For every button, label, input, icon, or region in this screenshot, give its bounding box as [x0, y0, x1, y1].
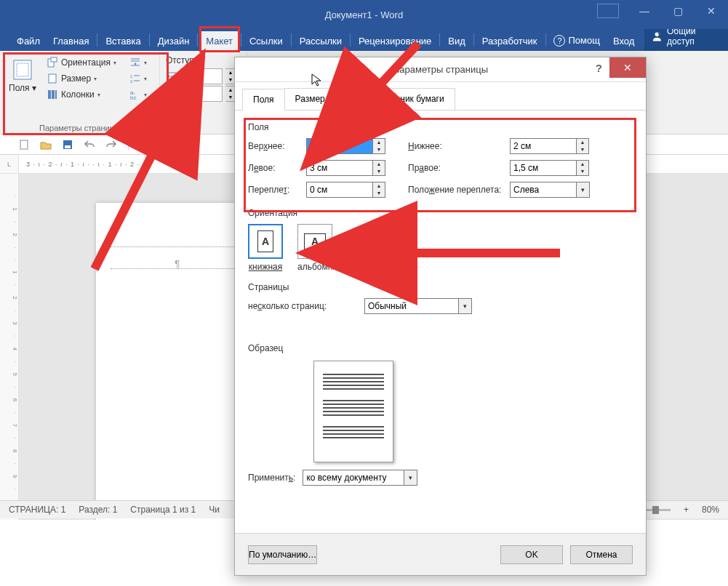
svg-rect-7: [48, 90, 51, 99]
top-field[interactable]: ▲▼: [306, 138, 408, 154]
margins-button[interactable]: Поля ▾: [6, 55, 39, 102]
new-doc-icon[interactable]: [18, 139, 30, 150]
status-words[interactable]: Чи: [209, 505, 220, 515]
minimize-button[interactable]: —: [628, 0, 661, 22]
right-field[interactable]: ▲▼: [510, 160, 597, 176]
section-orient-label: Ориентация: [248, 208, 633, 218]
titlebar: Документ1 - Word — ▢ ✕: [0, 0, 728, 29]
gutterpos-field[interactable]: ▾: [510, 182, 597, 198]
preview-thumbnail: [313, 361, 393, 462]
defaults-button[interactable]: По умолчанию…: [248, 545, 317, 564]
orientation-button[interactable]: Ориентация▾: [44, 55, 119, 70]
hyphenation-button[interactable]: a-bc▾: [127, 87, 150, 102]
chevron-down-icon[interactable]: ▾: [459, 298, 472, 314]
orientation-landscape[interactable]: A альбомная: [297, 224, 343, 272]
tab-references[interactable]: Ссылки: [244, 31, 289, 51]
svg-text:bc: bc: [130, 95, 136, 100]
tab-home[interactable]: Главная: [47, 31, 95, 51]
dialog-help-button[interactable]: ?: [596, 62, 602, 74]
cancel-button[interactable]: Отмена: [570, 545, 633, 564]
chevron-down-icon[interactable]: ▾: [404, 470, 417, 486]
undo-icon[interactable]: [84, 139, 95, 150]
status-page[interactable]: СТРАНИЦА: 1: [9, 505, 65, 515]
indent-label: Отступ: [166, 55, 241, 65]
dialog-tab-fields[interactable]: Поля: [242, 89, 285, 111]
ruler-corner: L: [0, 155, 19, 174]
orientation-icon: [47, 57, 58, 68]
tab-help[interactable]: ?Помощ: [548, 31, 605, 51]
svg-rect-5: [51, 57, 57, 62]
tab-developer[interactable]: Разработчик: [476, 31, 543, 51]
table-icon[interactable]: [161, 139, 173, 150]
right-label: Правое:: [408, 163, 510, 173]
redo-icon[interactable]: [105, 139, 117, 150]
gutterpos-label: Положение переплета:: [408, 185, 510, 195]
ok-button[interactable]: OK: [500, 545, 563, 564]
page-setup-launcher[interactable]: ◢: [148, 122, 156, 131]
link-icon[interactable]: [183, 139, 195, 150]
left-field[interactable]: ▲▼: [306, 160, 408, 176]
indent-left-field[interactable]: ▲▼: [166, 68, 241, 84]
tab-file[interactable]: Файл: [11, 31, 46, 51]
apply-field[interactable]: ▾: [303, 470, 417, 486]
open-icon[interactable]: [40, 139, 52, 150]
zoom-value[interactable]: 80%: [702, 505, 719, 515]
group-label-page-setup: Параметры страницы: [0, 124, 159, 132]
apply-input[interactable]: [303, 470, 404, 486]
gutterpos-input[interactable]: [510, 182, 577, 198]
share-icon: [652, 31, 663, 42]
columns-button[interactable]: Колонки▾: [44, 87, 119, 102]
gutter-input[interactable]: [306, 182, 373, 198]
svg-rect-6: [49, 74, 56, 83]
vertical-ruler[interactable]: · 1 · 2 · · 1 · 2 · 3 · 4 · 5 · 6 · 7 · …: [0, 174, 19, 520]
tab-view[interactable]: Вид: [442, 31, 471, 51]
margins-grid: Верхнее: ▲▼ Нижнее: ▲▼ Левое: ▲▼ Правое:…: [248, 138, 633, 198]
top-input[interactable]: [306, 138, 373, 154]
indent-left-input[interactable]: [180, 68, 223, 84]
page-setup-dialog: Параметры страницы ? ✕ Поля Размер бумаг…: [234, 57, 647, 576]
zoom-plus[interactable]: +: [684, 505, 689, 515]
breaks-button[interactable]: ▾: [127, 55, 150, 70]
gutter-field[interactable]: ▲▼: [306, 182, 408, 198]
close-window-button[interactable]: ✕: [695, 0, 728, 22]
tab-signin[interactable]: Вход: [607, 31, 640, 51]
svg-point-0: [655, 32, 660, 36]
preview-icon[interactable]: [140, 139, 151, 150]
tab-layout[interactable]: Макет: [200, 31, 239, 51]
line-numbers-button[interactable]: 12▾: [127, 71, 150, 86]
tab-insert[interactable]: Вставка: [100, 31, 146, 51]
status-section[interactable]: Раздел: 1: [79, 505, 117, 515]
dialog-close-button[interactable]: ✕: [609, 57, 646, 78]
indent-right-input[interactable]: [180, 86, 223, 102]
margins-icon: [11, 58, 34, 81]
indent-right-field[interactable]: ▲▼: [166, 86, 241, 102]
size-icon: [47, 73, 58, 84]
dialog-tab-size[interactable]: Размер бумаги: [284, 88, 367, 110]
svg-rect-17: [141, 140, 150, 148]
maximize-button[interactable]: ▢: [661, 0, 695, 22]
left-label: Левое:: [248, 163, 306, 173]
section-preview-label: Образец: [248, 343, 633, 353]
orientation-portrait[interactable]: A книжная: [248, 224, 283, 272]
bottom-field[interactable]: ▲▼: [510, 138, 597, 154]
dialog-titlebar[interactable]: Параметры страницы ? ✕: [235, 57, 646, 82]
tab-review[interactable]: Рецензирование: [353, 31, 437, 51]
hyphenation-icon: a-bc: [129, 89, 141, 100]
dialog-tab-source[interactable]: Источник бумаги: [366, 88, 455, 110]
size-button[interactable]: Размер▾: [44, 71, 119, 86]
multi-field[interactable]: ▾: [364, 298, 472, 314]
tab-mailings[interactable]: Рассылки: [294, 31, 348, 51]
top-label: Верхнее:: [248, 141, 306, 151]
svg-text:2: 2: [130, 79, 133, 84]
bottom-input[interactable]: [510, 138, 577, 154]
left-input[interactable]: [306, 160, 373, 176]
chevron-down-icon[interactable]: ▾: [577, 182, 590, 198]
tab-design[interactable]: Дизайн: [152, 31, 196, 51]
window-controls: — ▢ ✕: [628, 0, 728, 22]
multi-input[interactable]: [364, 298, 459, 314]
right-input[interactable]: [510, 160, 577, 176]
ribbon-display-icon[interactable]: [597, 4, 619, 18]
group-page-setup: Поля ▾ Ориентация▾ Размер▾ Колонки▾ ▾ 1: [0, 51, 160, 134]
save-icon[interactable]: [62, 139, 73, 150]
status-pageof[interactable]: Страница 1 из 1: [130, 505, 196, 515]
